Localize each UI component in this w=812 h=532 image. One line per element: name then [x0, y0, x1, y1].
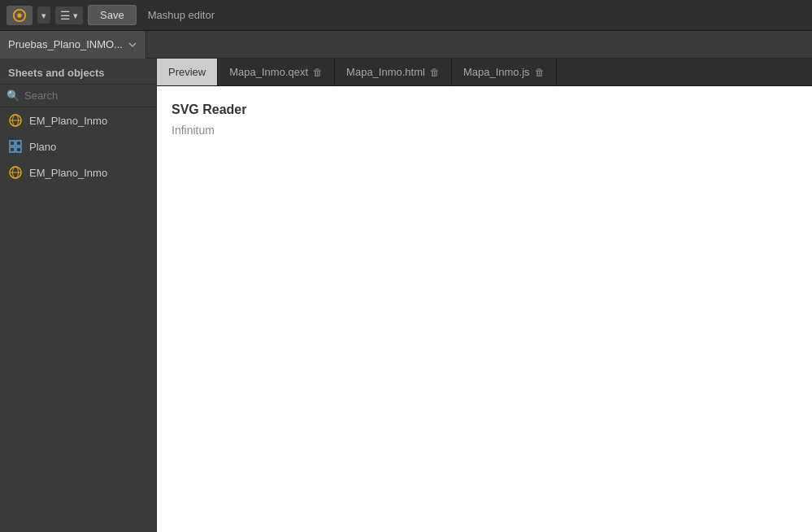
- svg-rect-5: [10, 141, 15, 146]
- save-button[interactable]: Save: [88, 5, 137, 25]
- content-area: Preview Mapa_Inmo.qext 🗑 Mapa_Inmo.html …: [157, 59, 812, 532]
- globe-icon: [8, 113, 23, 128]
- sidebar-header: Sheets and objects: [0, 59, 156, 85]
- svg-reader-subtitle: Infinitum: [172, 124, 797, 137]
- logo-dropdown-button[interactable]: [37, 7, 50, 24]
- sidebar-item-plano[interactable]: Plano: [0, 133, 156, 159]
- search-icon: 🔍: [7, 89, 20, 102]
- globe-icon: [8, 165, 23, 180]
- sidebar-item-em-plano-inmo-2[interactable]: EM_Plano_Inmo: [0, 159, 156, 185]
- chevron-down-icon: [73, 9, 78, 21]
- tab-bar: Preview Mapa_Inmo.qext 🗑 Mapa_Inmo.html …: [157, 59, 812, 86]
- tab-delete-icon[interactable]: 🗑: [430, 67, 440, 78]
- svg-reader-title: SVG Reader: [172, 102, 797, 117]
- toolbar: Save Mashup editor: [0, 0, 812, 31]
- sidebar-search-bar: 🔍: [0, 85, 156, 107]
- app-selector-bar: Pruebas_Plano_INMO...: [0, 31, 812, 59]
- search-input[interactable]: [24, 89, 150, 102]
- tab-mapa-inmo-js[interactable]: Mapa_Inmo.js 🗑: [452, 59, 557, 85]
- grid-icon: [8, 139, 23, 154]
- sidebar-item-em-plano-inmo-1[interactable]: EM_Plano_Inmo: [0, 107, 156, 133]
- app-name-button[interactable]: Pruebas_Plano_INMO...: [0, 31, 146, 59]
- mashup-editor-label: Mashup editor: [148, 9, 215, 21]
- svg-rect-8: [16, 147, 21, 152]
- tab-mapa-inmo-html[interactable]: Mapa_Inmo.html 🗑: [335, 59, 452, 85]
- list-icon: [60, 9, 71, 22]
- tab-delete-icon[interactable]: 🗑: [313, 67, 323, 78]
- chevron-down-icon: [41, 9, 46, 21]
- tab-label: Preview: [168, 66, 206, 78]
- tab-delete-icon[interactable]: 🗑: [535, 67, 545, 78]
- svg-rect-6: [16, 141, 21, 146]
- tab-mapa-inmo-qext[interactable]: Mapa_Inmo.qext 🗑: [218, 59, 335, 85]
- svg-rect-7: [10, 147, 15, 152]
- tab-label: Mapa_Inmo.js: [463, 66, 530, 78]
- tab-label: Mapa_Inmo.qext: [229, 66, 308, 78]
- tab-preview[interactable]: Preview: [157, 59, 218, 85]
- tab-label: Mapa_Inmo.html: [346, 66, 425, 78]
- sidebar-item-label: Plano: [29, 141, 56, 153]
- preview-content: SVG Reader Infinitum: [157, 86, 812, 532]
- main-layout: Sheets and objects 🔍 EM_Plano_Inmo: [0, 59, 812, 532]
- svg-point-1: [17, 13, 21, 17]
- sidebar-item-label: EM_Plano_Inmo: [29, 115, 107, 127]
- list-view-button[interactable]: [55, 7, 83, 24]
- sidebar-item-label: EM_Plano_Inmo: [29, 167, 107, 179]
- app-name-label: Pruebas_Plano_INMO...: [8, 38, 123, 50]
- app-logo[interactable]: [7, 6, 33, 25]
- sidebar: Sheets and objects 🔍 EM_Plano_Inmo: [0, 59, 157, 532]
